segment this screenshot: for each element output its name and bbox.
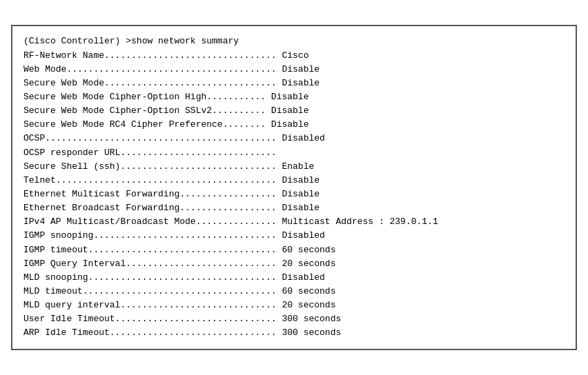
terminal-line: User Idle Timeout.......................… — [23, 312, 565, 326]
terminal-line: IPv4 AP Multicast/Broadcast Mode........… — [23, 215, 565, 229]
terminal-line: Ethernet Multicast Forwarding...........… — [23, 188, 565, 201]
terminal-line: Secure Web Mode Cipher-Option SSLv2.....… — [23, 104, 565, 118]
terminal-line: ARP Idle Timeout........................… — [23, 326, 565, 340]
terminal-line: IGMP Query Interval.....................… — [23, 257, 565, 271]
terminal-line: Secure Web Mode RC4 Cipher Preference...… — [23, 118, 565, 132]
terminal-line: Ethernet Broadcast Forwarding...........… — [23, 201, 565, 215]
terminal-line: MLD timeout.............................… — [23, 285, 565, 298]
terminal-line: Secure Web Mode.........................… — [23, 77, 565, 90]
terminal-line: Secure Web Mode Cipher-Option High......… — [23, 90, 565, 104]
terminal-line: Web Mode................................… — [23, 63, 565, 77]
terminal-line: IGMP timeout............................… — [23, 243, 565, 257]
terminal-line: (Cisco Controller) >show network summary — [23, 34, 565, 48]
terminal-line: RF-Network Name.........................… — [23, 49, 565, 63]
terminal-line: OCSP responder URL......................… — [23, 146, 565, 160]
terminal-line: OCSP....................................… — [23, 132, 565, 145]
terminal-line: Telnet..................................… — [23, 174, 565, 188]
terminal-line: MLD snooping............................… — [23, 271, 565, 285]
terminal-line: MLD query interval......................… — [23, 298, 565, 312]
terminal-line: Secure Shell (ssh)......................… — [23, 160, 565, 174]
terminal-line: IGMP snooping...........................… — [23, 229, 565, 243]
terminal-window: (Cisco Controller) >show network summary… — [11, 25, 577, 349]
